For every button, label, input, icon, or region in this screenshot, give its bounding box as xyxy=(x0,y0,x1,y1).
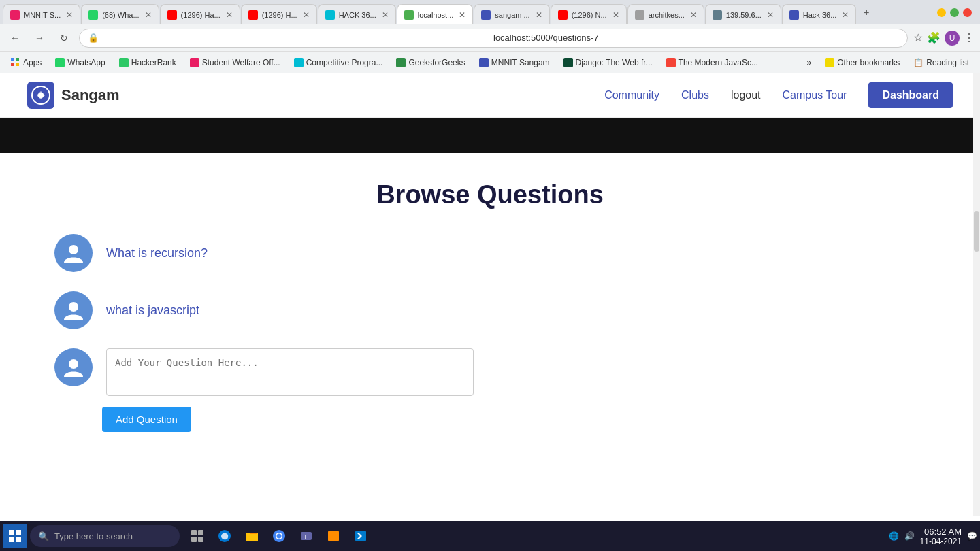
bookmark-whatsapp[interactable]: WhatsApp xyxy=(50,56,110,69)
svg-point-6 xyxy=(69,245,78,254)
tab-whatsapp[interactable]: (68) Wha... ✕ xyxy=(81,4,159,24)
question-input[interactable] xyxy=(106,348,474,396)
tab-close-whatsapp[interactable]: ✕ xyxy=(145,10,152,20)
bookmark-reading-list[interactable]: 📋 Reading list xyxy=(908,56,975,69)
taskbar-network-icon: 🌐 xyxy=(889,531,899,541)
tab-yt3[interactable]: (1296) N... ✕ xyxy=(551,4,627,24)
tab-139[interactable]: 139.59.6... ✕ xyxy=(705,4,781,24)
browser-frame: MNNIT S... ✕ (68) Wha... ✕ (1296) Ha... … xyxy=(0,0,980,73)
mnnit-sangam-favicon-icon xyxy=(479,58,489,67)
question-link-2[interactable]: what is javascript xyxy=(106,303,199,318)
window-close-button[interactable] xyxy=(963,8,972,17)
taskbar-teams[interactable]: T xyxy=(294,524,318,548)
tab-label-hack36: Hack 36... xyxy=(803,11,837,19)
tab-close-yt2[interactable]: ✕ xyxy=(303,10,310,20)
tab-label-yt1: (1296) Ha... xyxy=(181,11,220,19)
taskbar-task-view[interactable] xyxy=(185,524,210,548)
taskbar-file-explorer[interactable] xyxy=(240,524,264,548)
nav-clubs[interactable]: Clubs xyxy=(681,89,709,101)
scrollbar-thumb[interactable] xyxy=(974,211,979,252)
new-tab-button[interactable]: + xyxy=(857,3,876,22)
bookmark-other[interactable]: Other bookmarks xyxy=(819,56,905,69)
window-maximize-button[interactable] xyxy=(950,8,959,17)
tab-hack[interactable]: HACK 36... ✕ xyxy=(318,4,396,24)
bookmark-student-welfare[interactable]: Student Welfare Off... xyxy=(184,56,286,69)
nav-logout[interactable]: logout xyxy=(731,89,761,101)
add-question-button[interactable]: Add Question xyxy=(102,407,191,432)
taskbar-edge[interactable] xyxy=(212,524,237,548)
tab-hack36[interactable]: Hack 36... ✕ xyxy=(782,4,857,24)
taskbar-app-yellow[interactable] xyxy=(321,524,346,548)
question-link-1[interactable]: What is recursion? xyxy=(106,246,208,261)
bookmarks-more-button[interactable]: » xyxy=(802,56,817,69)
svg-rect-0 xyxy=(11,58,14,61)
bookmark-mnnit-sangam[interactable]: MNNIT Sangam xyxy=(474,56,555,69)
bookmarks-more-label: » xyxy=(807,58,812,67)
competitive-favicon-icon xyxy=(294,58,304,67)
menu-icon[interactable]: ⋮ xyxy=(964,31,975,44)
tab-label-139: 139.59.6... xyxy=(726,11,762,19)
bookmark-whatsapp-label: WhatsApp xyxy=(67,58,105,67)
tab-close-yt3[interactable]: ✕ xyxy=(612,10,619,20)
svg-rect-24 xyxy=(328,531,339,541)
profile-icon[interactable]: U xyxy=(945,31,960,46)
bookmark-modern-js[interactable]: The Modern JavaSc... xyxy=(661,56,764,69)
extensions-icon[interactable]: 🧩 xyxy=(927,31,941,44)
bookmark-reading-label: Reading list xyxy=(926,58,969,67)
bookmark-competitive[interactable]: Competitive Progra... xyxy=(289,56,389,69)
bookmark-other-label: Other bookmarks xyxy=(837,58,900,67)
reload-button[interactable]: ↻ xyxy=(54,29,74,48)
tab-label-whatsapp: (68) Wha... xyxy=(102,11,139,19)
nav-campus-tour[interactable]: Campus Tour xyxy=(783,89,847,101)
tab-architkes[interactable]: architkes... ✕ xyxy=(627,4,704,24)
tab-favicon-yt3 xyxy=(558,10,568,20)
tab-mnnit[interactable]: MNNIT S... ✕ xyxy=(3,4,80,24)
tab-yt2[interactable]: (1296) H... ✕ xyxy=(241,4,317,24)
back-button[interactable]: ← xyxy=(5,29,24,48)
svg-point-21 xyxy=(277,534,282,539)
nav-links: Community Clubs logout Campus Tour Dashb… xyxy=(604,82,953,108)
tab-close-architkes[interactable]: ✕ xyxy=(690,10,697,20)
bookmark-star-icon[interactable]: ☆ xyxy=(913,31,923,44)
taskbar: 🔍 Type here to search xyxy=(0,521,980,551)
url-bar[interactable]: 🔒 localhost:5000/questions-7 xyxy=(79,29,908,48)
tab-close-139[interactable]: ✕ xyxy=(767,10,774,20)
bookmark-gfg[interactable]: GeeksforGeeks xyxy=(391,56,470,69)
tab-close-yt1[interactable]: ✕ xyxy=(226,10,233,20)
scrollbar[interactable] xyxy=(973,73,980,516)
logo-area: Sangam xyxy=(27,82,120,109)
taskbar-notification-icon[interactable]: 💬 xyxy=(967,531,977,541)
hackerrank-favicon-icon xyxy=(119,58,129,67)
tab-favicon-localhost xyxy=(404,10,414,20)
taskbar-vscode[interactable] xyxy=(348,524,373,548)
bookmark-django[interactable]: Django: The Web fr... xyxy=(558,56,658,69)
bookmark-django-label: Django: The Web fr... xyxy=(576,58,653,67)
apps-grid-icon xyxy=(11,58,20,67)
modern-js-favicon-icon xyxy=(666,58,676,67)
tab-favicon-mnnit xyxy=(10,10,20,20)
main-content: Browse Questions What is recursion? what… xyxy=(0,153,980,459)
tab-close-sangam[interactable]: ✕ xyxy=(536,10,542,20)
bookmarks-bar: Apps WhatsApp HackerRank Student Welfare… xyxy=(0,52,980,73)
tab-close-hack[interactable]: ✕ xyxy=(382,10,389,20)
tab-label-sangam: sangam ... xyxy=(495,11,529,19)
nav-community[interactable]: Community xyxy=(604,89,659,101)
taskbar-chrome[interactable] xyxy=(267,524,291,548)
tab-sangam[interactable]: sangam ... ✕ xyxy=(474,4,549,24)
taskbar-search[interactable]: 🔍 Type here to search xyxy=(30,525,180,547)
bookmark-hackerrank[interactable]: HackerRank xyxy=(114,56,182,69)
url-text: localhost:5000/questions-7 xyxy=(493,33,899,43)
bookmark-apps[interactable]: Apps xyxy=(5,56,47,69)
tab-close-hack36[interactable]: ✕ xyxy=(842,10,849,20)
tab-close-mnnit[interactable]: ✕ xyxy=(66,10,73,20)
add-question-row xyxy=(54,348,926,396)
dashboard-button[interactable]: Dashboard xyxy=(868,82,953,108)
forward-button[interactable]: → xyxy=(30,29,49,48)
black-banner xyxy=(0,118,980,153)
tab-close-localhost[interactable]: ✕ xyxy=(459,10,466,20)
window-minimize-button[interactable] xyxy=(937,8,946,17)
start-button[interactable] xyxy=(3,524,27,548)
svg-rect-13 xyxy=(191,530,197,535)
tab-localhost[interactable]: localhost... ✕ xyxy=(397,4,474,24)
tab-yt1[interactable]: (1296) Ha... ✕ xyxy=(160,4,240,24)
